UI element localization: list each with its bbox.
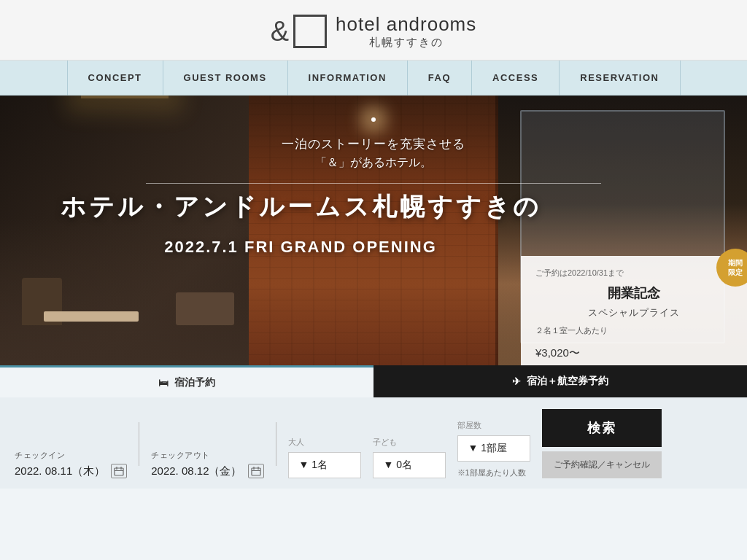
logo-square-icon [293,15,327,48]
nav-item-concept[interactable]: CONCEPT [67,61,163,96]
checkout-value: 2022. 08.12（金） [151,464,241,478]
nav-item-faq[interactable]: FAQ [408,61,472,96]
tab-stay-label: 宿泊予約 [174,376,215,389]
offer-date: ご予約は2022/10/31まで [535,268,732,279]
special-offer-card: 期間 限定 ご予約は2022/10/31まで 開業記念 スペシャルプライス ２名… [521,256,747,365]
children-select[interactable]: ▼ 0名 [373,452,446,478]
header: & hotel androoms 札幌すすきの [0,0,747,61]
adults-select[interactable]: ▼ 1名 [288,452,361,478]
adults-field: 大人 ▼ 1名 [288,437,361,478]
checkout-label: チェックアウト [151,450,263,461]
offer-subtitle: スペシャルプライス [535,306,732,319]
tab-stay[interactable]: 🛏 宿泊予約 [0,365,374,397]
field-divider-2 [276,422,276,466]
booking-tabs: 🛏 宿泊予約 ✈ 宿泊＋航空券予約 [0,365,747,397]
ceiling-light-mid [371,117,376,122]
tab-flight-stay[interactable]: ✈ 宿泊＋航空券予約 [374,365,747,397]
period-line2: 限定 [728,268,743,277]
offer-title: 開業記念 [535,284,732,302]
checkin-field: チェックイン 2022. 08.11（木） [15,450,127,478]
offer-price-value: ¥3,020〜 [535,346,580,359]
logo-container: & hotel androoms 札幌すすきの [271,13,477,50]
hero-panel-mid [249,96,498,365]
plane-icon: ✈ [512,376,521,387]
search-button[interactable]: 検索 [542,409,662,447]
offer-price: ¥3,020〜 [535,339,732,362]
period-badge: 期間 限定 [716,249,747,287]
svg-rect-0 [115,468,123,475]
confirm-button[interactable]: ご予約確認／キャンセル [542,451,662,478]
checkin-value: 2022. 08.11（木） [15,464,105,478]
hero-section: 一泊のストーリーを充実させる 「＆」があるホテル。 ホテル・アンドルームス札幌す… [0,96,747,365]
nav-inner: CONCEPT GUEST ROOMS INFORMATION FAQ ACCE… [67,61,681,96]
children-field: 子ども ▼ 0名 [373,437,446,478]
checkin-calendar-icon[interactable] [111,464,127,478]
hotel-location: 札幌すすきの [336,36,476,50]
nav-item-guest-rooms[interactable]: GUEST ROOMS [163,61,288,96]
checkout-value-row: 2022. 08.12（金） [151,464,263,478]
room-table [44,311,139,322]
adults-value: ▼ 1名 [299,459,350,472]
checkin-label: チェックイン [15,450,127,461]
nav-item-information[interactable]: INFORMATION [288,61,408,96]
booking-form: チェックイン 2022. 08.11（木） チェックアウト 2022. 08.1… [0,397,747,489]
period-line1: 期間 [728,258,743,268]
checkout-field: チェックアウト 2022. 08.12（金） [151,450,263,478]
rooms-field: 部屋数 ▼ 1部屋 ※1部屋あたり人数 [457,420,530,478]
offer-per-person: ２名１室一人あたり [535,325,732,336]
svg-rect-4 [252,468,260,475]
children-label: 子ども [373,437,446,448]
nav-item-access[interactable]: ACCESS [472,61,560,96]
brick-pattern [249,96,498,365]
room-bed [176,292,234,325]
children-value: ▼ 0名 [384,459,435,472]
ampersand-icon: & [271,18,289,45]
per-room-note: ※1部屋あたり人数 [457,467,530,478]
rooms-select[interactable]: ▼ 1部屋 [457,435,530,462]
checkout-calendar-icon[interactable] [248,464,264,478]
nav-item-reservation[interactable]: RESERVATION [560,61,680,96]
rooms-value: ▼ 1部屋 [468,442,519,455]
bed-icon: 🛏 [158,377,169,389]
nav: CONCEPT GUEST ROOMS INFORMATION FAQ ACCE… [0,61,747,96]
button-column: 検索 ご予約確認／キャンセル [542,409,662,478]
checkin-value-row: 2022. 08.11（木） [15,464,127,478]
field-divider-1 [139,422,139,466]
ceiling-light-left [81,96,169,98]
logo-icon: & [271,15,327,48]
hotel-name: hotel androoms [336,13,476,36]
tab-flight-label: 宿泊＋航空券予約 [527,375,608,388]
rooms-label: 部屋数 [457,420,530,431]
adults-label: 大人 [288,437,361,448]
hero-panel-left [0,96,249,365]
logo-text: hotel androoms 札幌すすきの [336,13,476,50]
